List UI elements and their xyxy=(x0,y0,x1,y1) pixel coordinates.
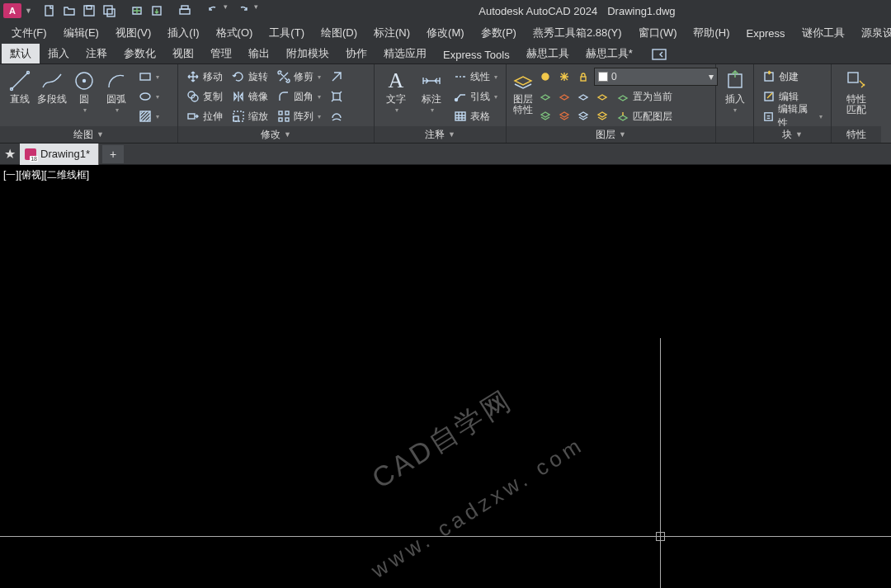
trim-button[interactable]: 修剪▾ xyxy=(274,68,324,86)
redo-dropdown-icon[interactable]: ▾ xyxy=(254,2,258,19)
plot-icon[interactable] xyxy=(176,2,194,19)
menu-express[interactable]: Express xyxy=(742,26,790,41)
tab-view[interactable]: 视图 xyxy=(164,44,202,64)
line-button[interactable]: 直线 xyxy=(5,68,35,126)
offset-button[interactable] xyxy=(327,107,346,125)
menu-insert[interactable]: 插入(I) xyxy=(163,24,204,42)
layer-properties-button[interactable]: 图层 特性 xyxy=(512,68,535,126)
tab-hesi2[interactable]: 赫思工具* xyxy=(578,44,641,64)
menu-mini[interactable]: 谜你工具 xyxy=(797,24,850,42)
array-button[interactable]: 阵列▾ xyxy=(274,107,324,125)
layer-off-icon[interactable] xyxy=(575,87,592,104)
tab-collab[interactable]: 协作 xyxy=(337,44,375,64)
erase-button[interactable] xyxy=(327,68,346,86)
table-button[interactable]: 表格 xyxy=(450,107,501,125)
file-tab-drawing1[interactable]: Drawing1* xyxy=(20,143,99,165)
layer-freeze-icon[interactable] xyxy=(556,68,573,85)
layer-color-swatch xyxy=(598,72,608,82)
quick-access-toolbar: ▾ ▾ xyxy=(40,2,263,19)
menu-window[interactable]: 窗口(W) xyxy=(634,24,682,42)
panel-title-layer[interactable]: 图层▼ xyxy=(507,126,715,143)
app-logo[interactable]: A xyxy=(3,3,21,18)
menu-format[interactable]: 格式(O) xyxy=(211,24,258,42)
rectangle-button[interactable]: ▾ xyxy=(135,68,163,86)
saveas-icon[interactable] xyxy=(100,2,118,19)
linetype-button[interactable]: 线性▾ xyxy=(450,68,501,86)
tab-default[interactable]: 默认 xyxy=(2,44,40,64)
redo-icon[interactable] xyxy=(234,2,252,19)
panel-title-modify[interactable]: 修改▼ xyxy=(178,126,374,143)
menu-view[interactable]: 视图(V) xyxy=(111,24,156,42)
tab-addins[interactable]: 附加模块 xyxy=(278,44,337,64)
set-current-layer-button[interactable]: 置为当前 xyxy=(613,87,676,106)
tab-insert[interactable]: 插入 xyxy=(40,44,78,64)
web-open-icon[interactable] xyxy=(128,2,146,19)
drawing-canvas[interactable]: [一][俯视][二维线框] CAD自学网 www. cadzxw. com xyxy=(0,165,891,588)
tab-manage[interactable]: 管理 xyxy=(202,44,240,64)
undo-dropdown-icon[interactable]: ▾ xyxy=(224,2,228,19)
start-tab-icon[interactable]: ★ xyxy=(0,143,20,165)
stretch-button[interactable]: 拉伸 xyxy=(183,107,226,125)
menu-file[interactable]: 文件(F) xyxy=(7,24,52,42)
app-menu-arrow[interactable]: ▼ xyxy=(25,7,32,15)
menu-parametric[interactable]: 参数(P) xyxy=(476,24,521,42)
layer-iso-icon[interactable] xyxy=(537,87,554,104)
block-create-button[interactable]: 创建 xyxy=(759,68,826,86)
menu-edit[interactable]: 编辑(E) xyxy=(59,24,104,42)
panel-title-annotation[interactable]: 注释▼ xyxy=(375,126,506,143)
explode-button[interactable] xyxy=(327,87,346,106)
tab-featured[interactable]: 精选应用 xyxy=(375,44,435,64)
web-save-icon[interactable] xyxy=(148,2,166,19)
menu-tools[interactable]: 工具(T) xyxy=(264,24,309,42)
layer-g4-icon[interactable] xyxy=(594,106,610,123)
save-icon[interactable] xyxy=(80,2,98,19)
hatch-button[interactable]: ▾ xyxy=(135,107,163,125)
layer-on-icon[interactable] xyxy=(537,68,554,85)
panel-title-draw[interactable]: 绘图▼ xyxy=(0,126,177,143)
menu-yuanquan[interactable]: 源泉设计 xyxy=(856,24,892,42)
move-button[interactable]: 移动 xyxy=(183,68,226,86)
layer-thaw-icon[interactable] xyxy=(594,87,610,104)
leader-button[interactable]: 引线▾ xyxy=(450,87,501,106)
viewport-label[interactable]: [一][俯视][二维线框] xyxy=(3,168,89,182)
layer-g3-icon[interactable] xyxy=(575,106,592,123)
mirror-button[interactable]: 镜像 xyxy=(229,87,271,106)
ellipse-button[interactable]: ▾ xyxy=(135,87,163,106)
rotate-button[interactable]: 旋转 xyxy=(229,68,271,86)
menu-dimension[interactable]: 标注(N) xyxy=(369,24,415,42)
menu-yanxiu[interactable]: 燕秀工具箱2.88(Y) xyxy=(528,24,627,42)
layer-g1-icon[interactable] xyxy=(537,106,554,123)
open-icon[interactable] xyxy=(60,2,78,19)
circle-button[interactable]: 圆▾ xyxy=(69,68,99,126)
match-properties-button[interactable]: 特性 匹配 xyxy=(842,68,871,126)
tab-annotate[interactable]: 注释 xyxy=(78,44,116,64)
layer-combo[interactable]: 0 ▾ xyxy=(594,68,718,86)
tab-parametric[interactable]: 参数化 xyxy=(116,44,164,64)
tab-output[interactable]: 输出 xyxy=(240,44,278,64)
layer-lock-icon[interactable] xyxy=(575,68,592,85)
polyline-button[interactable]: 多段线 xyxy=(37,68,67,126)
svg-rect-18 xyxy=(188,114,195,119)
insert-block-button[interactable]: 插入▾ xyxy=(721,68,748,126)
menu-help[interactable]: 帮助(H) xyxy=(688,24,734,42)
block-attr-button[interactable]: 编辑属性▾ xyxy=(759,107,826,125)
menu-modify[interactable]: 修改(M) xyxy=(422,24,469,42)
panel-title-block[interactable]: 块▼ xyxy=(754,126,831,143)
new-icon[interactable] xyxy=(40,2,59,19)
menu-draw[interactable]: 绘图(D) xyxy=(316,24,362,42)
scale-button[interactable]: 缩放 xyxy=(229,107,271,125)
layer-uniso-icon[interactable] xyxy=(556,87,573,104)
dimension-button[interactable]: 标注▾ xyxy=(415,68,448,126)
layer-g2-icon[interactable] xyxy=(556,106,573,123)
fillet-button[interactable]: 圆角▾ xyxy=(274,87,324,106)
match-layer-button[interactable]: 匹配图层 xyxy=(613,107,676,125)
arc-button[interactable]: 圆弧▾ xyxy=(101,68,131,126)
new-tab-button[interactable]: + xyxy=(102,145,124,163)
tab-hesi1[interactable]: 赫思工具 xyxy=(518,44,578,64)
undo-icon[interactable] xyxy=(204,2,222,19)
copy-button[interactable]: 复制 xyxy=(183,87,226,106)
text-button[interactable]: A文字▾ xyxy=(380,68,412,126)
tab-express[interactable]: Express Tools xyxy=(435,46,518,64)
svg-point-14 xyxy=(140,93,150,100)
ribbon-minimize-icon[interactable] xyxy=(648,45,671,64)
